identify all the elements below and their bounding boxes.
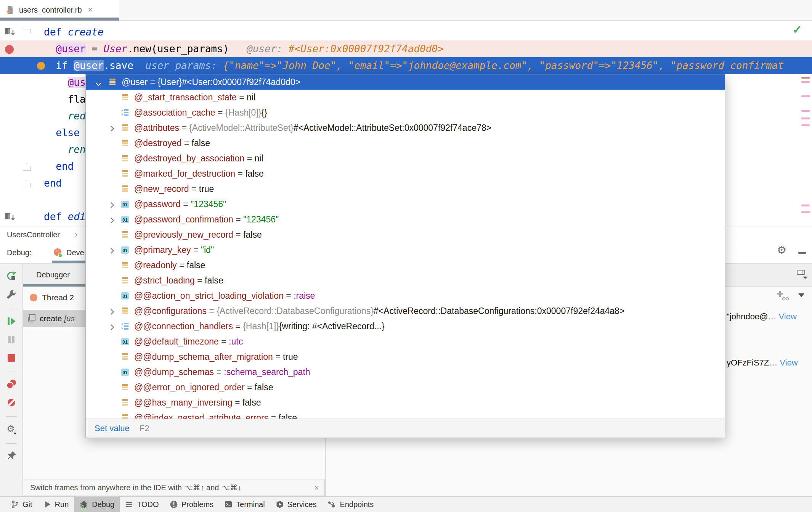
statusbar-item-problems[interactable]: Problems xyxy=(164,497,219,512)
statusbar-item-terminal[interactable]: Terminal xyxy=(219,497,270,512)
variable-value-row[interactable]: "johndoe@… View xyxy=(727,312,797,322)
variable-row[interactable]: @strict_loading = false xyxy=(86,273,725,288)
mute-breakpoints-icon[interactable] xyxy=(6,397,17,409)
view-link[interactable]: View xyxy=(779,312,797,321)
set-value-button[interactable]: Set value xyxy=(95,423,130,433)
chevron-right-icon[interactable] xyxy=(108,126,114,132)
error-stripe-mark[interactable] xyxy=(801,77,810,79)
variable-row[interactable]: @destroyed_by_association = nil xyxy=(86,151,725,166)
error-stripe-mark[interactable] xyxy=(801,118,810,119)
variable-row[interactable]: @readonly = false xyxy=(86,258,725,273)
gear-icon[interactable]: ⚙ xyxy=(777,244,786,256)
variable-name: @destroyed xyxy=(134,138,181,148)
statusbar-label: TODO xyxy=(137,500,159,509)
statusbar-item-git[interactable]: Git xyxy=(5,497,38,512)
layout-settings-icon[interactable] xyxy=(796,268,807,280)
dropdown-arrow-icon[interactable] xyxy=(798,293,804,297)
variable-row[interactable]: @new_record = true xyxy=(86,181,725,196)
variable-row[interactable]: @@has_many_inversing = false xyxy=(86,395,725,410)
chevron-right-icon[interactable] xyxy=(108,248,114,254)
variable-row[interactable]: 01@@default_timezone = :utc xyxy=(86,334,725,349)
error-stripe-mark[interactable] xyxy=(801,110,810,112)
code-line[interactable]: if @user.save user_params: {"name"=>"Joh… xyxy=(0,57,812,74)
error-stripe-mark[interactable] xyxy=(801,204,810,206)
frame-label: create [us xyxy=(40,310,75,327)
field-icon xyxy=(120,398,130,407)
breakpoint-icon[interactable] xyxy=(5,45,14,54)
tab-close-icon[interactable]: × xyxy=(88,5,93,15)
variable-row[interactable]: 01@password_confirmation = "123456" xyxy=(86,212,725,227)
variable-name: @strict_loading xyxy=(134,275,195,286)
statusbar-item-run[interactable]: Run xyxy=(38,497,74,512)
variable-name: @password_confirmation xyxy=(134,214,233,225)
variable-value: {Hash[0]} xyxy=(225,108,262,118)
resume-icon[interactable] xyxy=(6,316,17,328)
wrench-icon[interactable] xyxy=(6,290,17,302)
variable-value: {Hash[1]} xyxy=(243,321,279,332)
chevron-right-icon[interactable] xyxy=(108,309,114,315)
variable-row[interactable]: @destroyed = false xyxy=(86,135,725,151)
variable-row[interactable]: 01@@action_on_strict_loading_violation =… xyxy=(86,288,725,303)
tab-users-controller[interactable]: users_controller.rb × xyxy=(0,0,119,20)
pin-icon[interactable] xyxy=(6,451,17,463)
rerun-icon[interactable] xyxy=(6,270,17,283)
hint-text: Switch frames from anywhere in the IDE w… xyxy=(30,480,241,496)
field-icon xyxy=(120,93,130,102)
code-line[interactable]: @user = User.new(user_params) @user: #<U… xyxy=(0,40,812,57)
variable-row[interactable]: 01@password = "123456" xyxy=(86,196,725,212)
editor-tab-bar: users_controller.rb × xyxy=(0,0,812,21)
chevron-right-icon[interactable] xyxy=(108,202,114,208)
variable-row[interactable]: @previously_new_record = false xyxy=(86,227,725,242)
chevron-right-icon[interactable] xyxy=(108,217,114,223)
rails-action-icon[interactable] xyxy=(5,213,16,222)
error-stripe-mark[interactable] xyxy=(801,81,810,83)
variable-row[interactable]: @marked_for_destruction = false xyxy=(86,166,725,181)
variable-row[interactable]: @_start_transaction_state = nil xyxy=(86,90,725,105)
statusbar-item-services[interactable]: Services xyxy=(270,497,322,512)
statusbar-item-endpoints[interactable]: Endpoints xyxy=(322,497,379,512)
error-stripe-mark[interactable] xyxy=(801,95,810,97)
tab-label: users_controller.rb xyxy=(19,6,82,14)
rails-action-icon[interactable] xyxy=(5,27,16,37)
variable-row[interactable]: @association_cache = {Hash[0]} {} xyxy=(86,105,725,120)
tab-debugger[interactable]: Debugger xyxy=(36,264,70,286)
add-watch-icon[interactable] xyxy=(775,290,789,301)
variable-row[interactable]: @user = {User} #<User:0x00007f92f74ad0d0… xyxy=(86,74,725,90)
chevron-down-icon[interactable] xyxy=(96,80,102,86)
code-line[interactable]: def create xyxy=(0,24,812,40)
variable-row[interactable]: 01@@dump_schemas = :schema_search_path xyxy=(86,364,725,380)
statusbar-item-debug[interactable]: Debug xyxy=(74,497,120,512)
chevron-right-icon[interactable] xyxy=(108,324,114,330)
toolbar-divider xyxy=(6,309,17,309)
variable-row[interactable]: @@error_on_ignored_order = false xyxy=(86,380,725,395)
close-icon[interactable]: × xyxy=(314,480,319,496)
stop-icon[interactable] xyxy=(6,353,17,365)
settings-icon[interactable]: ⚙ xyxy=(6,423,17,436)
statusbar-label: Run xyxy=(55,500,69,509)
variable-value-row[interactable]: yOFzFiS7Z… View xyxy=(727,358,798,368)
breadcrumb[interactable]: UsersController xyxy=(7,227,60,242)
variable-row[interactable]: @@connection_handlers = {Hash[1]} {writi… xyxy=(86,319,725,334)
variable-row[interactable]: @attributes = {ActiveModel::AttributeSet… xyxy=(86,120,725,135)
hide-icon[interactable] xyxy=(798,252,806,254)
variable-row[interactable]: @@dump_schema_after_migration = true xyxy=(86,349,725,364)
variable-value: :schema_search_path xyxy=(224,367,310,377)
toolbar-divider xyxy=(6,416,17,417)
view-breakpoints-icon[interactable] xyxy=(6,379,17,391)
error-stripe-mark[interactable] xyxy=(801,124,810,126)
primitive-value-icon: 01 xyxy=(120,245,130,254)
statusbar-item-todo[interactable]: TODO xyxy=(120,497,164,512)
inspections-ok-icon[interactable]: ✓ xyxy=(793,23,802,36)
statusbar-label: Git xyxy=(22,500,32,509)
field-icon xyxy=(120,230,130,239)
statusbar-label: Debug xyxy=(92,500,114,509)
error-stripe-mark[interactable] xyxy=(801,211,810,213)
run-configuration-name[interactable]: Deve xyxy=(66,242,84,263)
pause-icon[interactable] xyxy=(6,334,17,346)
rubymine-window: users_controller.rb × def create @user =… xyxy=(0,0,812,512)
variable-row[interactable]: 01@primary_key = "id" xyxy=(86,242,725,258)
variable-row[interactable]: @@index_nested_attribute_errors = false xyxy=(86,410,725,419)
variable-row[interactable]: @@configurations = {ActiveRecord::Databa… xyxy=(86,303,725,319)
field-icon xyxy=(120,306,130,316)
view-link[interactable]: View xyxy=(780,358,798,367)
